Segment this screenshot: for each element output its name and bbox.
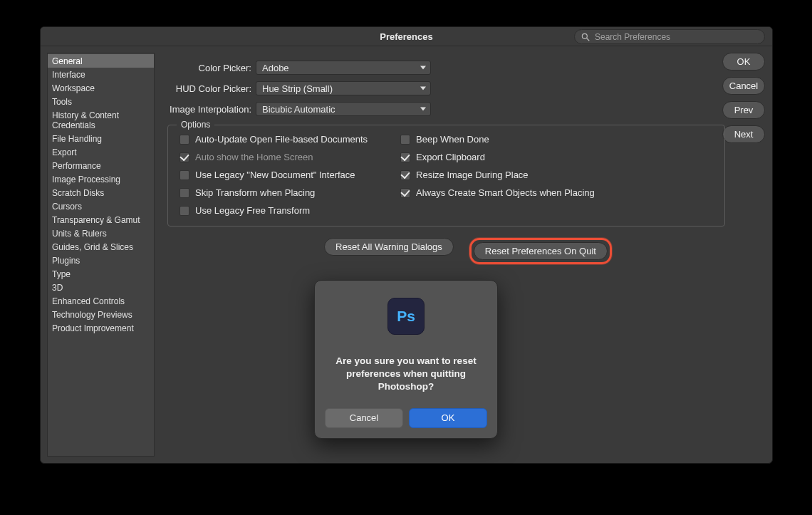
sidebar: GeneralInterfaceWorkspaceToolsHistory & … xyxy=(47,53,155,457)
dialog-button-column: OK Cancel Prev Next xyxy=(722,53,765,143)
checkbox-label: Skip Transform when Placing xyxy=(195,187,315,198)
options-left-column: Auto-Update Open File-based DocumentsAut… xyxy=(179,134,368,216)
options-right-column: Beep When DoneExport ClipboardResize Ima… xyxy=(400,134,595,216)
confirm-modal: Ps Are you sure you want to reset prefer… xyxy=(314,280,498,439)
search-icon xyxy=(581,32,590,42)
label-image-interp: Image Interpolation: xyxy=(167,104,251,115)
checkbox-label: Auto show the Home Screen xyxy=(195,152,313,162)
checkbox-row[interactable]: Always Create Smart Objects when Placing xyxy=(400,187,595,198)
sidebar-item[interactable]: Tools xyxy=(48,95,154,108)
ok-button[interactable]: OK xyxy=(722,53,765,71)
checkbox-label: Always Create Smart Objects when Placing xyxy=(416,187,595,198)
sidebar-item[interactable]: Export xyxy=(48,145,154,159)
checkbox-label: Auto-Update Open File-based Documents xyxy=(195,134,368,145)
checkbox-row[interactable]: Use Legacy "New Document" Interface xyxy=(179,170,368,180)
select-hud-color-picker[interactable]: Hue Strip (Small) xyxy=(256,81,431,95)
checkbox-row[interactable]: Auto show the Home Screen xyxy=(179,152,368,162)
row-hud-color-picker: HUD Color Picker: Hue Strip (Small) xyxy=(167,80,431,97)
sidebar-item[interactable]: Workspace xyxy=(48,81,154,95)
search-field-wrap[interactable] xyxy=(574,29,765,44)
search-input[interactable] xyxy=(595,32,759,42)
chevron-down-icon xyxy=(420,66,426,70)
checkbox-label: Beep When Done xyxy=(416,134,489,145)
svg-line-1 xyxy=(587,38,590,41)
select-color-picker-value: Adobe xyxy=(262,63,289,73)
sidebar-item[interactable]: Units & Rulers xyxy=(48,227,154,240)
checkbox-label: Use Legacy Free Transform xyxy=(195,205,310,216)
checkbox-row[interactable]: Skip Transform when Placing xyxy=(179,187,368,198)
checkbox-row[interactable]: Auto-Update Open File-based Documents xyxy=(179,134,368,145)
sidebar-item[interactable]: Technology Previews xyxy=(48,308,154,321)
checkbox[interactable] xyxy=(400,188,410,198)
checkbox[interactable] xyxy=(179,170,189,180)
row-color-picker: Color Picker: Adobe xyxy=(167,59,431,76)
dialog-title: Preferences xyxy=(380,31,432,42)
sidebar-item[interactable]: Transparency & Gamut xyxy=(48,213,154,227)
reset-prefs-on-quit-button[interactable]: Reset Preferences On Quit xyxy=(474,242,608,260)
label-color-picker: Color Picker: xyxy=(167,63,251,73)
sidebar-item[interactable]: Scratch Disks xyxy=(48,186,154,199)
bottom-buttons: Reset All Warning Dialogs Reset Preferen… xyxy=(324,238,761,264)
checkbox-row[interactable]: Beep When Done xyxy=(400,134,595,145)
chevron-down-icon xyxy=(420,87,426,90)
checkbox-label: Resize Image During Place xyxy=(416,170,529,180)
sidebar-item[interactable]: 3D xyxy=(48,281,154,294)
sidebar-item[interactable]: Type xyxy=(48,267,154,281)
sidebar-item[interactable]: Image Processing xyxy=(48,172,154,186)
sidebar-item[interactable]: File Handling xyxy=(48,132,154,145)
form-area: Color Picker: Adobe HUD Color Picker: Hu… xyxy=(167,59,590,118)
sidebar-item[interactable]: Guides, Grid & Slices xyxy=(48,240,154,254)
modal-buttons: Cancel OK xyxy=(325,408,487,428)
checkbox[interactable] xyxy=(400,135,410,145)
select-image-interp[interactable]: Bicubic Automatic xyxy=(256,102,431,116)
label-hud-color-picker: HUD Color Picker: xyxy=(167,83,251,94)
chevron-down-icon xyxy=(420,108,426,111)
modal-text: Are you sure you want to reset preferenc… xyxy=(325,355,487,394)
sidebar-item[interactable]: Interface xyxy=(48,68,154,81)
checkbox[interactable] xyxy=(179,188,189,198)
checkbox[interactable] xyxy=(179,206,189,216)
modal-ok-button[interactable]: OK xyxy=(409,408,487,428)
checkbox-label: Export Clipboard xyxy=(416,152,485,162)
cancel-button[interactable]: Cancel xyxy=(722,77,765,95)
row-image-interp: Image Interpolation: Bicubic Automatic xyxy=(167,100,431,118)
sidebar-item[interactable]: Plugins xyxy=(48,254,154,267)
select-image-interp-value: Bicubic Automatic xyxy=(262,104,335,115)
modal-cancel-button[interactable]: Cancel xyxy=(325,408,403,428)
sidebar-item[interactable]: Enhanced Controls xyxy=(48,294,154,308)
highlight-ring: Reset Preferences On Quit xyxy=(469,238,612,264)
sidebar-item[interactable]: History & Content Credentials xyxy=(48,108,154,132)
svg-point-0 xyxy=(582,33,587,38)
options-columns: Auto-Update Open File-based DocumentsAut… xyxy=(179,134,713,216)
select-color-picker[interactable]: Adobe xyxy=(256,61,431,75)
checkbox[interactable] xyxy=(400,170,410,180)
checkbox-row[interactable]: Export Clipboard xyxy=(400,152,595,162)
checkbox[interactable] xyxy=(179,152,189,162)
sidebar-item[interactable]: General xyxy=(48,54,154,68)
sidebar-item[interactable]: Performance xyxy=(48,159,154,172)
checkbox-row[interactable]: Use Legacy Free Transform xyxy=(179,205,368,216)
checkbox-label: Use Legacy "New Document" Interface xyxy=(195,170,355,180)
app-icon: Ps xyxy=(387,298,425,335)
next-button[interactable]: Next xyxy=(722,125,765,143)
checkbox[interactable] xyxy=(179,135,189,145)
options-legend: Options xyxy=(177,120,214,130)
prev-button[interactable]: Prev xyxy=(722,101,765,119)
titlebar: Preferences xyxy=(41,27,772,46)
checkbox[interactable] xyxy=(400,152,410,162)
options-group: Options Auto-Update Open File-based Docu… xyxy=(167,125,725,227)
reset-warnings-button[interactable]: Reset All Warning Dialogs xyxy=(324,238,454,256)
sidebar-item[interactable]: Product Improvement xyxy=(48,321,154,335)
select-hud-color-picker-value: Hue Strip (Small) xyxy=(262,83,333,94)
sidebar-item[interactable]: Cursors xyxy=(48,199,154,213)
checkbox-row[interactable]: Resize Image During Place xyxy=(400,170,595,180)
